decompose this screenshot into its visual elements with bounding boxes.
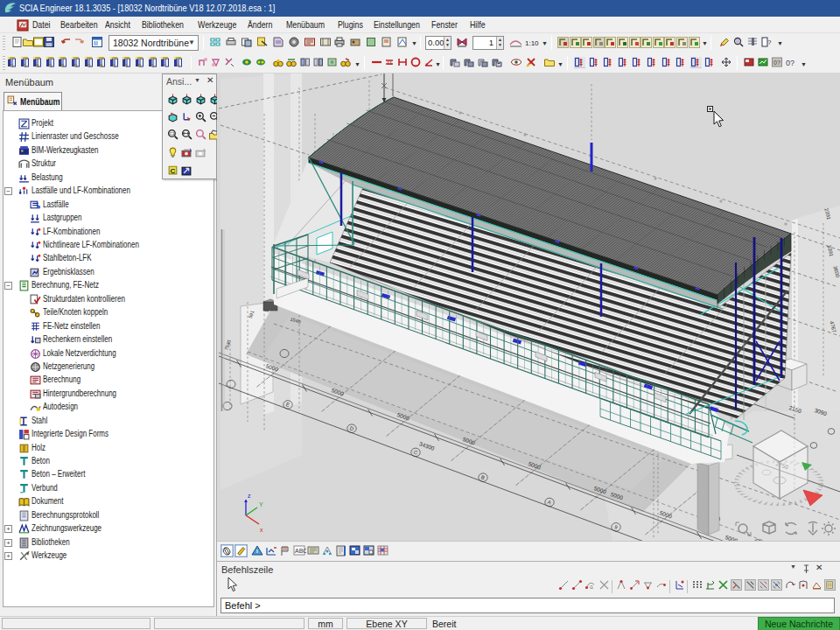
svg-text:*: * bbox=[164, 63, 166, 68]
svg-text:8: 8 bbox=[61, 63, 65, 68]
svg-text:8: 8 bbox=[138, 63, 142, 68]
svg-text:0: 0 bbox=[88, 63, 91, 68]
svg-text:1:10: 1:10 bbox=[525, 39, 539, 47]
svg-text:1: 1 bbox=[113, 63, 116, 68]
svg-text:8: 8 bbox=[36, 63, 39, 68]
svg-text:1: 1 bbox=[125, 63, 129, 68]
svg-text:3: 3 bbox=[49, 63, 52, 68]
svg-text:0: 0 bbox=[10, 63, 14, 68]
svg-text:Y: Y bbox=[259, 501, 263, 508]
svg-text:1: 1 bbox=[24, 63, 27, 68]
svg-text:C: C bbox=[170, 167, 175, 175]
svg-text:0: 0 bbox=[74, 63, 78, 68]
svg-text:x: x bbox=[260, 527, 263, 533]
svg-text:?: ? bbox=[767, 38, 772, 46]
svg-text:0?: 0? bbox=[774, 60, 780, 66]
svg-text:z: z bbox=[248, 493, 251, 499]
svg-text:11: 11 bbox=[387, 60, 393, 66]
svg-text:0?: 0? bbox=[786, 59, 794, 67]
svg-text:G: G bbox=[590, 584, 593, 590]
svg-text:=: = bbox=[177, 63, 180, 68]
svg-text:1: 1 bbox=[151, 63, 155, 68]
svg-text:8: 8 bbox=[100, 63, 103, 68]
svg-text:ABC: ABC bbox=[295, 548, 306, 554]
